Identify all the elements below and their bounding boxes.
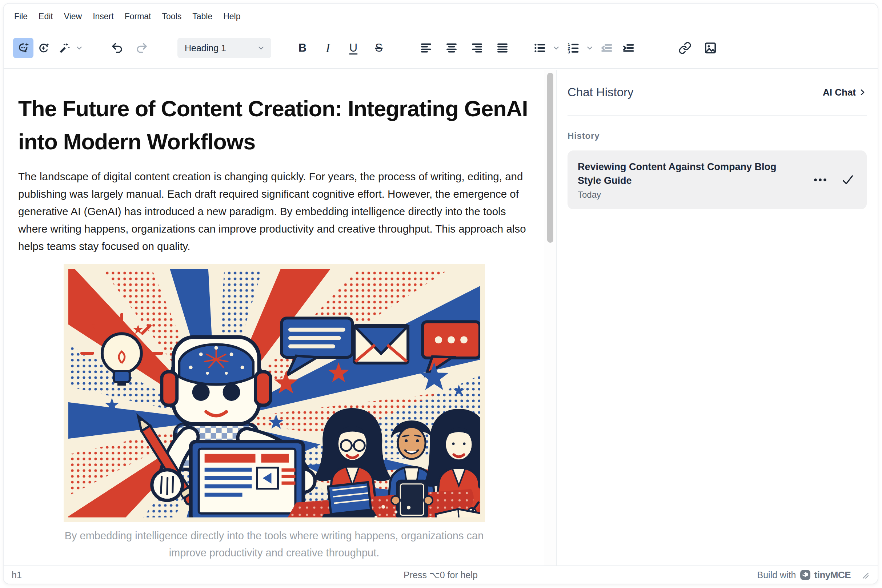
menu-format[interactable]: Format [119, 9, 157, 24]
menu-file[interactable]: File [9, 9, 33, 24]
strikethrough-button[interactable]: S [369, 38, 389, 58]
menu-edit[interactable]: Edit [33, 9, 59, 24]
indent-button[interactable] [618, 38, 639, 58]
underline-button[interactable]: U [343, 38, 364, 58]
ai-chat-link[interactable]: AI Chat [823, 87, 867, 98]
branding-link[interactable]: Build with tinyMCE [757, 570, 870, 581]
menu-view[interactable]: View [59, 9, 87, 24]
check-icon[interactable] [841, 173, 854, 186]
chevron-down-icon [552, 44, 560, 52]
bullet-list-button[interactable] [529, 38, 550, 58]
branding-prefix: Build with [757, 570, 796, 580]
help-shortcut-text: Press ⌥0 for help [4, 570, 877, 580]
menu-tools[interactable]: Tools [157, 9, 187, 24]
ai-shortcuts-icon [37, 41, 50, 54]
scrollbar-thumb[interactable] [547, 73, 553, 243]
align-left-icon [419, 41, 433, 54]
bold-icon: B [299, 41, 307, 54]
sidebar-title: Chat History [568, 86, 634, 99]
chevron-down-icon [75, 44, 84, 52]
chevron-down-icon [585, 44, 594, 52]
ai-chat-button[interactable] [13, 38, 33, 58]
ai-commands-dropdown-chevron[interactable] [74, 38, 84, 58]
align-justify-icon [496, 41, 509, 54]
content-figure[interactable]: By embedding intelligence directly into … [64, 264, 485, 561]
outdent-button[interactable] [596, 38, 617, 58]
more-options-icon[interactable] [812, 175, 828, 185]
status-bar: h1 Press ⌥0 for help Build with tinyMCE [4, 566, 877, 584]
numbered-list-dropdown-chevron[interactable] [584, 38, 595, 58]
image-caption[interactable]: By embedding intelligence directly into … [64, 527, 485, 561]
align-right-icon [470, 41, 484, 54]
underline-icon: U [349, 41, 358, 54]
chat-history-item-date: Today [578, 190, 812, 200]
menu-help[interactable]: Help [218, 9, 246, 24]
editor-header: File Edit View Insert Format Tools Table… [4, 4, 877, 69]
ai-chat-link-label: AI Chat [823, 87, 856, 98]
insert-image-button[interactable] [700, 38, 721, 58]
ai-commands-button[interactable] [54, 38, 74, 58]
format-select-value: Heading 1 [185, 43, 226, 53]
envelope-icon [354, 325, 408, 363]
magic-wand-icon [57, 41, 71, 54]
redo-icon [135, 41, 148, 54]
svg-text:3: 3 [568, 50, 570, 54]
bold-button[interactable]: B [292, 38, 313, 58]
editor-content-area[interactable]: The Future of Content Creation: Integrat… [4, 70, 544, 566]
indent-icon [622, 41, 635, 54]
chat-history-item[interactable]: Reviewing Content Against Company Blog S… [568, 150, 867, 209]
italic-icon: I [326, 41, 330, 55]
sidebar-header: Chat History AI Chat [568, 70, 867, 116]
italic-button[interactable]: I [318, 38, 338, 58]
chat-history-item-title: Reviewing Content Against Company Blog S… [578, 160, 796, 188]
link-icon [678, 41, 691, 54]
document-paragraph[interactable]: The landscape of digital content creatio… [18, 168, 530, 255]
chevron-right-icon [858, 88, 867, 97]
resize-handle-icon[interactable] [860, 570, 870, 580]
outdent-icon [600, 41, 613, 54]
tinymce-logo-icon [800, 570, 811, 580]
toolbar: Heading 1 B I U S [13, 38, 721, 58]
menu-table[interactable]: Table [187, 9, 218, 24]
chevron-down-icon [257, 44, 265, 52]
strikethrough-icon: S [375, 41, 383, 54]
tinymce-editor-window: File Edit View Insert Format Tools Table… [3, 3, 878, 584]
undo-button[interactable] [107, 38, 127, 58]
align-right-button[interactable] [467, 38, 487, 58]
editor-scrollbar [544, 70, 556, 566]
numbered-list-icon: 123 [566, 41, 580, 54]
align-left-button[interactable] [416, 38, 436, 58]
menu-bar: File Edit View Insert Format Tools Table… [9, 9, 246, 24]
history-section-label: History [568, 131, 867, 141]
document-heading[interactable]: The Future of Content Creation: Integrat… [18, 92, 530, 159]
menu-insert[interactable]: Insert [87, 9, 119, 24]
align-justify-button[interactable] [492, 38, 512, 58]
genai-collaboration-illustration [64, 264, 485, 522]
insert-link-button[interactable] [675, 38, 695, 58]
ai-chat-icon [17, 41, 30, 54]
bullet-list-icon [533, 41, 546, 54]
bullet-list-dropdown-chevron[interactable] [551, 38, 561, 58]
ai-shortcuts-button[interactable] [33, 38, 54, 58]
undo-icon [111, 41, 123, 54]
redo-button[interactable] [132, 38, 152, 58]
numbered-list-button[interactable]: 123 [563, 38, 583, 58]
align-center-icon [445, 41, 458, 54]
chat-history-sidebar: Chat History AI Chat History Reviewing C… [556, 70, 877, 566]
format-select[interactable]: Heading 1 [177, 38, 271, 58]
branding-name: tinyMCE [814, 570, 851, 581]
align-center-button[interactable] [441, 38, 462, 58]
image-icon [704, 41, 717, 54]
